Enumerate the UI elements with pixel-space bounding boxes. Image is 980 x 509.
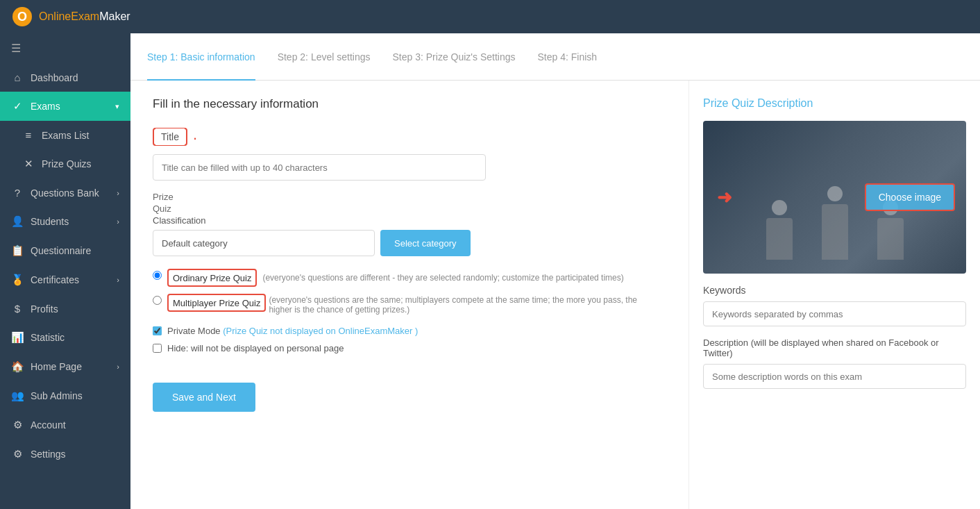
settings-icon: ⚙ <box>11 448 24 460</box>
title-label: Title <box>155 128 185 145</box>
sidebar-item-profits[interactable]: $ Profits <box>0 294 130 323</box>
logo-text: OnlineExamMaker <box>39 10 130 23</box>
profits-icon: $ <box>11 303 24 315</box>
sidebar-item-label: Sub Admins <box>31 390 83 401</box>
prize-quiz-section: Prize Quiz Classification Select categor… <box>153 192 666 256</box>
multiplayer-radio-input[interactable] <box>153 296 162 305</box>
students-icon: 👤 <box>11 215 24 228</box>
category-row: Select category <box>153 230 666 256</box>
prize-label: Prize <box>153 192 666 202</box>
choose-image-button[interactable]: Choose image <box>865 183 955 211</box>
svg-text:O: O <box>17 10 27 24</box>
arrow-choose-image-indicator: ➜ <box>717 187 732 208</box>
sidebar-item-label: Settings <box>31 449 66 460</box>
exams-icon: ✓ <box>11 100 24 112</box>
sidebar-item-label: Certificates <box>31 274 79 285</box>
fig-head <box>827 186 843 201</box>
logo-icon: O <box>11 6 33 28</box>
sidebar-item-sub-admins[interactable]: 👥 Sub Admins <box>0 381 130 410</box>
private-mode-label: Private Mode (Prize Quiz not displayed o… <box>167 326 418 336</box>
chevron-right-icon: › <box>117 362 119 371</box>
form-area: Fill in the necessary information ➜ Titl… <box>130 81 688 509</box>
tab-step2[interactable]: Step 2: Level settings <box>278 33 393 81</box>
multiplayer-radio-box: Multiplayer Prize Quiz <box>167 294 266 312</box>
image-preview: ➜ Choose image <box>703 121 966 274</box>
statistic-icon: 📊 <box>11 331 24 344</box>
account-icon: ⚙ <box>11 419 24 431</box>
chevron-right-icon: › <box>117 276 119 284</box>
sidebar-item-prize-quizs[interactable]: ✕ Prize Quizs <box>0 149 130 178</box>
sidebar-item-exams-list[interactable]: ≡ Exams List <box>0 121 130 149</box>
fig-body <box>766 218 793 260</box>
keywords-label: Keywords <box>703 285 966 296</box>
prize-icon: ✕ <box>22 158 35 170</box>
right-panel: Prize Quiz Description <box>688 81 980 509</box>
sidebar-item-label: Questions Bank <box>31 187 99 199</box>
sidebar-item-questions-bank[interactable]: ? Questions Bank › <box>0 178 130 207</box>
checkbox-section: Private Mode (Prize Quiz not displayed o… <box>153 326 666 353</box>
select-category-button[interactable]: Select category <box>380 230 471 256</box>
sidebar-item-account[interactable]: ⚙ Account <box>0 410 130 440</box>
private-mode-desc: (Prize Quiz not displayed on OnlineExamM… <box>223 326 418 336</box>
sidebar-item-statistic[interactable]: 📊 Statistic <box>0 323 130 352</box>
private-mode-checkbox[interactable] <box>153 326 162 335</box>
sidebar-item-certificates[interactable]: 🏅 Certificates › <box>0 265 130 294</box>
sidebar-item-exams[interactable]: ✓ Exams ▾ <box>0 92 130 121</box>
main-content: Step 1: Basic information Step 2: Level … <box>130 33 980 509</box>
multiplayer-radio-label: Multiplayer Prize Quiz <box>173 298 260 308</box>
ordinary-radio-row: Ordinary Prize Quiz (everyone's question… <box>153 269 624 287</box>
description-input[interactable] <box>703 364 966 389</box>
quiz-type-section: ➜ Ordinary Prize Quiz (everyone's questi… <box>153 269 666 315</box>
sidebar-item-label: Statistic <box>31 332 65 343</box>
fig-body <box>877 218 904 260</box>
questions-icon: ? <box>11 187 24 199</box>
certificates-icon: 🏅 <box>11 274 24 286</box>
hamburger-icon[interactable]: ☰ <box>0 33 130 63</box>
keywords-input[interactable] <box>703 301 966 326</box>
save-and-next-button[interactable]: Save and Next <box>153 383 255 412</box>
ordinary-radio-label: Ordinary Prize Quiz <box>173 273 251 283</box>
sidebar-item-label: Dashboard <box>31 72 78 83</box>
sidebar: ☰ ⌂ Dashboard ✓ Exams ▾ ≡ Exams List ✕ P… <box>0 33 130 509</box>
tab-step3[interactable]: Step 3: Prize Quiz's Settings <box>393 33 538 81</box>
topbar: O OnlineExamMaker <box>0 0 980 33</box>
tab-step4[interactable]: Step 4: Finish <box>538 33 620 81</box>
chevron-right-icon: › <box>117 189 119 197</box>
chevron-right-icon: › <box>117 217 119 226</box>
hide-label: Hide: will not be displayed on personal … <box>167 343 344 353</box>
admins-icon: 👥 <box>11 390 24 402</box>
list-icon: ≡ <box>22 129 35 141</box>
steps-header: Step 1: Basic information Step 2: Level … <box>130 33 980 81</box>
logo: O OnlineExamMaker <box>11 6 130 28</box>
sidebar-item-label: Exams <box>31 101 60 112</box>
title-input[interactable] <box>153 154 486 181</box>
sidebar-item-settings[interactable]: ⚙ Settings <box>0 440 130 469</box>
sidebar-item-label: Students <box>31 216 69 227</box>
sidebar-item-label: Account <box>31 419 66 431</box>
ordinary-radio-desc: (everyone's questions are different - th… <box>262 273 623 283</box>
figure-1 <box>759 200 800 260</box>
required-dot: · <box>193 129 197 147</box>
description-label: Description (will be displayed when shar… <box>703 337 966 358</box>
sidebar-item-dashboard[interactable]: ⌂ Dashboard <box>0 63 130 92</box>
private-mode-row: Private Mode (Prize Quiz not displayed o… <box>153 326 666 336</box>
classification-label: Classification <box>153 215 666 226</box>
hide-checkbox[interactable] <box>153 344 162 353</box>
fig-head <box>772 200 787 215</box>
ordinary-radio-input[interactable] <box>153 271 162 280</box>
questionnaire-icon: 📋 <box>11 244 24 257</box>
sidebar-item-label: Prize Quizs <box>42 158 92 169</box>
home-icon: 🏠 <box>11 360 24 373</box>
sidebar-item-label: Home Page <box>31 361 82 372</box>
sidebar-item-home-page[interactable]: 🏠 Home Page › <box>0 352 130 381</box>
title-label-box: Title <box>153 128 187 146</box>
multiplayer-radio-row: Multiplayer Prize Quiz (everyone's quest… <box>153 294 666 315</box>
sidebar-item-questionnaire[interactable]: 📋 Questionnaire <box>0 236 130 265</box>
figure-2 <box>814 186 856 260</box>
tab-step1[interactable]: Step 1: Basic information <box>147 33 278 81</box>
sidebar-item-students[interactable]: 👤 Students › <box>0 207 130 236</box>
category-input[interactable] <box>153 230 375 256</box>
right-panel-title: Prize Quiz Description <box>703 97 966 110</box>
fig-body <box>822 204 848 260</box>
multiplayer-radio-desc: (everyone's questions are the same; mult… <box>269 295 650 315</box>
